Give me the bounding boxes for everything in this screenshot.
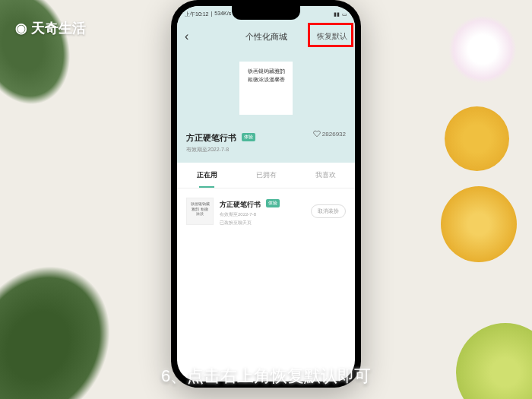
font-badge: 体验 [242,133,255,141]
list-item-name: 方正硬笔行书 [220,201,261,208]
phone-notch [232,6,300,20]
likes-number: 2826932 [322,131,346,138]
list-item-badge: 体验 [266,199,280,207]
heart-icon [313,130,321,138]
back-button[interactable]: ‹ [185,30,188,43]
status-separator: | [211,11,213,18]
tabs-bar: 正在用 已拥有 我喜欢 [177,163,355,188]
status-speed: 534K/s [214,11,231,18]
font-info-bar: 方正硬笔行书 体验 有效期至2022-7-8 2826932 [177,124,355,163]
list-item-info: 方正硬笔行书 体验 有效期至2022-7-8 已装扮至聊天页 [220,196,305,226]
phone-frame: 上午10:12 | 534K/s ⏰ 🔇 ▮▮ ▭ ‹ 个性化商城 恢复默认 铁… [171,0,361,388]
phone-screen: 上午10:12 | 534K/s ⏰ 🔇 ▮▮ ▭ ‹ 个性化商城 恢复默认 铁… [177,6,355,382]
decor-orange-2 [441,186,517,262]
tab-in-use[interactable]: 正在用 [177,163,236,188]
font-expiry: 有效期至2022-7-8 [186,146,255,154]
watermark-text: 天奇生活 [31,21,86,36]
decor-flower [448,15,517,84]
restore-default-button[interactable]: 恢复默认 [317,31,347,42]
list-item[interactable]: 铁画银钩藏雅韵 粗微浓淡 方正硬笔行书 体验 有效期至2022-7-8 已装扮至… [186,196,346,226]
font-list: 铁画银钩藏雅韵 粗微浓淡 方正硬笔行书 体验 有效期至2022-7-8 已装扮至… [177,188,355,234]
likes-count[interactable]: 2826932 [313,130,346,138]
tab-owned[interactable]: 已拥有 [236,163,296,188]
font-preview-sample: 铁画银钩藏雅韵 粗微浓淡漫馨香 [239,62,293,115]
decor-leaf-bottom-left [0,239,139,399]
remove-decoration-button[interactable]: 取消装扮 [311,204,346,218]
signal-icon: ▮▮ [334,11,340,17]
battery-icon: ▭ [342,11,347,17]
list-item-applied: 已装扮至聊天页 [220,220,305,226]
page-title: 个性化商城 [245,31,287,43]
watermark-icon: ◉ [15,21,27,36]
tab-liked[interactable]: 我喜欢 [296,163,355,188]
font-preview-area: 铁画银钩藏雅韵 粗微浓淡漫馨香 [177,50,355,124]
decor-leaf-top-left [0,0,87,119]
status-time: 上午10:12 [185,11,209,18]
decor-lime [456,323,532,399]
decor-orange-1 [445,106,509,171]
tutorial-caption: 6、点击右上角恢复默认即可 [161,365,371,388]
font-name: 方正硬笔行书 [186,133,236,142]
page-header: ‹ 个性化商城 恢复默认 [177,23,355,50]
list-item-thumb: 铁画银钩藏雅韵 粗微浓淡 [186,198,214,225]
watermark: ◉ 天奇生活 [15,19,86,37]
list-item-expiry: 有效期至2022-7-8 [220,211,305,218]
